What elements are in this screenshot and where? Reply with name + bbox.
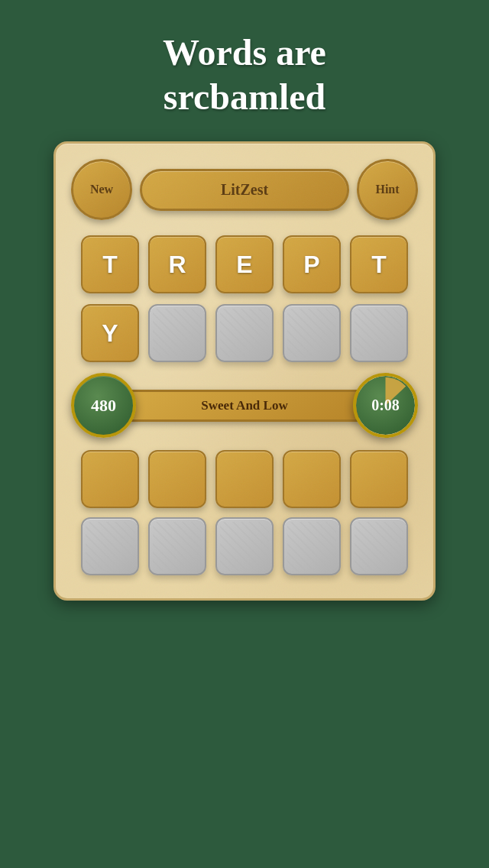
answer-gray-tile-3[interactable] [215, 517, 274, 575]
tile-E[interactable]: E [215, 235, 274, 293]
tile-empty-4[interactable] [350, 304, 408, 362]
song-title: Sweet And Low [130, 390, 359, 422]
tile-empty-3[interactable] [283, 304, 341, 362]
tile-P[interactable]: P [283, 235, 341, 293]
answer-gray-tile-2[interactable] [148, 517, 206, 575]
timer-text: 0:08 [371, 397, 400, 414]
tile-empty-2[interactable] [215, 304, 274, 362]
title-line1: Words are [163, 31, 326, 75]
tile-T1[interactable]: T [81, 235, 139, 293]
answer-tile-4[interactable] [283, 450, 341, 508]
answer-tile-1[interactable] [81, 450, 139, 508]
letter-row-1: T R E P T [71, 235, 418, 293]
score-display: 480 [71, 373, 136, 438]
top-controls: New LitZest Hint [71, 159, 418, 220]
title-area: Words are srcbamled [117, 0, 372, 141]
answer-row-2 [71, 517, 418, 575]
new-button[interactable]: New [71, 159, 132, 220]
score-timer-row: 480 Sweet And Low 0:08 [71, 373, 418, 438]
answer-tile-5[interactable] [350, 450, 408, 508]
tile-R[interactable]: R [148, 235, 206, 293]
tile-T2[interactable]: T [350, 235, 408, 293]
game-title-button[interactable]: LitZest [140, 169, 349, 211]
timer-display: 0:08 [353, 373, 418, 438]
answer-gray-tile-4[interactable] [283, 517, 341, 575]
answer-gray-tile-1[interactable] [81, 517, 139, 575]
title-line2: srcbamled [163, 75, 326, 119]
answer-row-1 [71, 450, 418, 508]
hint-button[interactable]: Hint [357, 159, 418, 220]
answer-tile-2[interactable] [148, 450, 206, 508]
tile-empty-1[interactable] [148, 304, 206, 362]
tile-Y[interactable]: Y [81, 304, 139, 362]
game-board: New LitZest Hint T R E P T Y 480 Sweet A… [53, 141, 436, 601]
answer-tile-3[interactable] [215, 450, 274, 508]
answer-gray-tile-5[interactable] [350, 517, 408, 575]
letter-row-2: Y [71, 304, 418, 362]
